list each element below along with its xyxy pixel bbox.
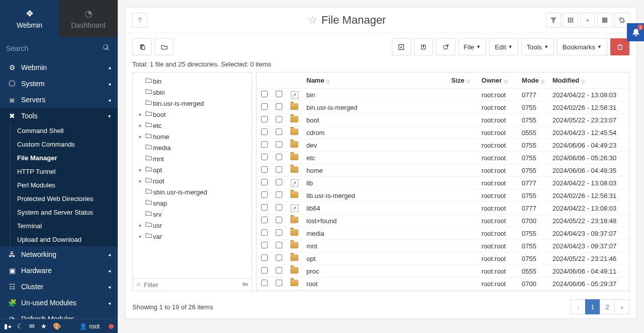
folder-filter-icon[interactable] (242, 281, 249, 289)
tree-item-boot[interactable]: ▸boot (133, 109, 252, 120)
collapse-icon[interactable]: ▮◂ (4, 322, 11, 330)
record-icon[interactable] (109, 324, 114, 329)
row-checkbox2[interactable] (276, 116, 282, 122)
nav-subitem-command-shell[interactable]: Command Shell (0, 124, 118, 138)
row-checkbox[interactable] (261, 217, 268, 223)
tree-item-sbin.usr-is-merged[interactable]: ▸sbin.usr-is-merged (133, 186, 252, 197)
add-button[interactable]: + (580, 13, 595, 28)
nav-item-networking[interactable]: 🖧Networking◂ (0, 246, 118, 262)
col-name[interactable]: Name◇ (302, 73, 447, 89)
table-row[interactable]: lost+found root:root 0700 2024/05/22 - 2… (257, 215, 629, 227)
sidebar-tab-webmin[interactable]: ❖ Webmin (0, 0, 59, 37)
tree-caret-icon[interactable]: ▸ (137, 134, 144, 139)
row-checkbox[interactable] (261, 91, 268, 97)
col-size[interactable]: Size◇ (447, 73, 477, 89)
tools-menu[interactable]: Tools▼ (521, 38, 554, 55)
nav-subitem-terminal[interactable]: Terminal (0, 219, 118, 233)
table-row[interactable]: opt root:root 0755 2024/05/22 - 23:21:46 (257, 252, 629, 265)
tree-item-srv[interactable]: ▸srv (133, 209, 252, 220)
tree-caret-icon[interactable]: ▸ (137, 178, 144, 183)
tree-item-mnt[interactable]: ▸mnt (133, 153, 252, 164)
share-button[interactable] (414, 38, 433, 55)
tree-item-opt[interactable]: ▸opt (133, 164, 252, 175)
tree-caret-icon[interactable]: ▸ (137, 234, 144, 239)
page-1[interactable]: 1 (585, 299, 600, 314)
user-chip[interactable]: 👤 root (79, 323, 100, 330)
table-row[interactable]: ↗ lib root:root 0777 2024/04/22 - 13:08:… (257, 177, 629, 189)
tree-item-usr[interactable]: ▸usr (133, 220, 252, 231)
row-checkbox2[interactable] (276, 229, 282, 236)
tree-item-snap[interactable]: ▸snap (133, 197, 252, 209)
image-button[interactable] (597, 13, 612, 28)
nav-item-servers[interactable]: ≣Servers◂ (0, 92, 118, 108)
row-checkbox[interactable] (261, 242, 268, 248)
row-checkbox[interactable] (261, 204, 268, 211)
table-row[interactable]: cdrom root:root 0555 2024/04/23 - 12:45:… (257, 126, 629, 139)
row-checkbox2[interactable] (276, 91, 282, 97)
table-row[interactable]: dev root:root 0755 2024/06/06 - 04:49:23 (257, 139, 629, 152)
table-row[interactable]: etc root:root 0755 2024/06/06 - 05:26:30 (257, 152, 629, 164)
nav-subitem-system-and-server-status[interactable]: System and Server Status (0, 206, 118, 219)
row-checkbox[interactable] (261, 141, 268, 148)
bookmarks-menu[interactable]: Bookmarks▼ (557, 38, 607, 55)
row-checkbox2[interactable] (276, 103, 282, 110)
row-checkbox2[interactable] (276, 191, 282, 198)
help-button[interactable]: ? (132, 13, 147, 28)
tree-item-bin[interactable]: ▸bin (133, 76, 252, 87)
copy-button[interactable] (132, 38, 151, 55)
table-row[interactable]: media root:root 0755 2024/04/23 - 09:37:… (257, 227, 629, 240)
tree-item-var[interactable]: ▸var (133, 231, 252, 242)
edit-menu[interactable]: Edit▼ (489, 38, 518, 55)
refresh-button[interactable] (436, 38, 455, 55)
row-checkbox2[interactable] (276, 141, 282, 148)
row-checkbox2[interactable] (276, 204, 282, 211)
table-row[interactable]: mnt root:root 0755 2024/04/23 - 09:37:07 (257, 240, 629, 252)
row-checkbox[interactable] (261, 267, 268, 274)
row-checkbox2[interactable] (276, 242, 282, 248)
table-row[interactable]: run root:root 0755 2024/06/06 - 05:26:27 (257, 290, 629, 291)
col-modified[interactable]: Modified◇ (548, 73, 629, 89)
nav-item-system[interactable]: 🖵System◂ (0, 76, 118, 92)
page-next[interactable]: › (614, 299, 629, 314)
notification-bell[interactable]: 1 (627, 23, 644, 41)
row-checkbox[interactable] (261, 179, 268, 185)
columns-button[interactable] (563, 13, 578, 28)
table-row[interactable]: boot root:root 0755 2024/05/22 - 23:23:0… (257, 114, 629, 126)
table-row[interactable]: bin.usr-is-merged root:root 0755 2024/02… (257, 101, 629, 114)
page-prev[interactable]: ‹ (571, 299, 586, 314)
nav-item-webmin[interactable]: ⚙Webmin◂ (0, 59, 118, 76)
tree-filter-input[interactable] (144, 281, 242, 289)
row-checkbox2[interactable] (276, 166, 282, 173)
favorite-star-icon[interactable]: ☆ (307, 14, 317, 27)
row-checkbox[interactable] (261, 128, 268, 135)
row-checkbox[interactable] (261, 254, 268, 261)
tree-item-root[interactable]: ▸root (133, 175, 252, 186)
moon-icon[interactable]: ☾ (17, 322, 23, 330)
row-checkbox2[interactable] (276, 179, 282, 185)
table-row[interactable]: ↗ bin root:root 0777 2024/04/22 - 13:08:… (257, 89, 629, 101)
row-checkbox[interactable] (261, 103, 268, 110)
nav-subitem-perl-modules[interactable]: Perl Modules (0, 178, 118, 192)
select-all-button[interactable] (392, 38, 411, 55)
nav-item-un-used-modules[interactable]: 🧩Un-used Modules◂ (0, 295, 118, 311)
tree-caret-icon[interactable]: ▸ (137, 223, 144, 228)
search-icon[interactable] (103, 44, 110, 53)
tree-item-etc[interactable]: ▸etc (133, 120, 252, 131)
nav-item-tools[interactable]: ✖Tools▾ (0, 108, 118, 124)
nav-item-refresh-modules[interactable]: ⟳Refresh Modules (0, 311, 118, 319)
row-checkbox2[interactable] (276, 280, 282, 286)
open-folder-button[interactable] (154, 38, 174, 55)
row-checkbox[interactable] (261, 166, 268, 173)
nav-subitem-upload-and-download[interactable]: Upload and Download (0, 233, 118, 246)
row-checkbox[interactable] (261, 154, 268, 160)
palette-icon[interactable]: 🎨 (53, 322, 61, 330)
page-2[interactable]: 2 (600, 299, 615, 314)
nav-subitem-file-manager[interactable]: File Manager (0, 151, 118, 165)
tree-caret-icon[interactable]: ▸ (137, 167, 144, 172)
row-checkbox2[interactable] (276, 154, 282, 160)
tree-item-home[interactable]: ▸home (133, 131, 252, 142)
row-checkbox2[interactable] (276, 267, 282, 274)
row-checkbox2[interactable] (276, 128, 282, 135)
tree-item-media[interactable]: ▸media (133, 142, 252, 153)
col-owner[interactable]: Owner◇ (477, 73, 518, 89)
